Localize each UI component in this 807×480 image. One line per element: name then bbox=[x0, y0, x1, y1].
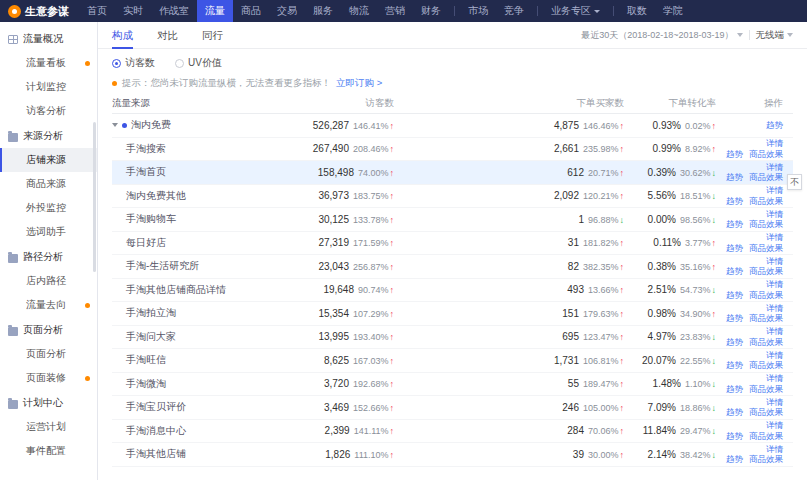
action-link[interactable]: 趋势 bbox=[726, 431, 743, 441]
action-link[interactable]: 趋势 bbox=[726, 243, 743, 253]
action-link[interactable]: 详情 bbox=[766, 350, 783, 360]
action-link[interactable]: 商品效果 bbox=[749, 454, 783, 464]
sidebar-group-header[interactable]: 页面分析 bbox=[0, 317, 97, 342]
column-header-source[interactable]: 流量来源 bbox=[112, 97, 290, 110]
action-link[interactable]: 商品效果 bbox=[749, 196, 783, 206]
nav-item[interactable]: 首页 bbox=[79, 0, 115, 22]
sidebar-item[interactable]: 事件配置 bbox=[0, 439, 97, 463]
action-link[interactable]: 详情 bbox=[766, 326, 783, 336]
action-link[interactable]: 详情 bbox=[766, 209, 783, 219]
nav-item[interactable]: 学院 bbox=[655, 0, 691, 22]
table-row[interactable]: 手淘拍立淘15,354107.29%↑151179.63%↑0.98%34.90… bbox=[112, 302, 793, 326]
action-link[interactable]: 详情 bbox=[766, 138, 783, 148]
action-link[interactable]: 趋势 bbox=[726, 360, 743, 370]
action-link[interactable]: 商品效果 bbox=[749, 360, 783, 370]
column-header-visitors[interactable]: 访客数 bbox=[290, 97, 394, 110]
tab-peers[interactable]: 同行 bbox=[202, 22, 223, 49]
action-link[interactable]: 趋势 bbox=[726, 290, 743, 300]
table-row[interactable]: 手淘宝贝评价3,469152.66%↑246105.00%↑7.09%18.86… bbox=[112, 396, 793, 420]
action-link[interactable]: 详情 bbox=[766, 256, 783, 266]
table-row[interactable]: 手淘-生活研究所23,043256.87%↑82382.35%↑0.38%35.… bbox=[112, 255, 793, 279]
table-row[interactable]: 手淘旺信8,625167.03%↑1,731106.81%↑20.07%22.5… bbox=[112, 349, 793, 373]
action-link[interactable]: 详情 bbox=[766, 420, 783, 430]
action-link[interactable]: 商品效果 bbox=[749, 337, 783, 347]
action-link[interactable]: 商品效果 bbox=[749, 313, 783, 323]
action-link[interactable]: 详情 bbox=[766, 279, 783, 289]
nav-item[interactable]: 物流 bbox=[341, 0, 377, 22]
table-row[interactable]: 手淘微淘3,720192.68%↑55189.47%↑1.48%1.10%↓详情… bbox=[112, 373, 793, 397]
nav-item[interactable]: 市场 bbox=[460, 0, 496, 22]
action-link[interactable]: 详情 bbox=[766, 303, 783, 313]
sidebar-item[interactable]: 选词助手 bbox=[0, 220, 97, 244]
action-link[interactable]: 趋势 bbox=[726, 196, 743, 206]
radio-uv-value[interactable]: UV价值 bbox=[175, 56, 222, 70]
table-row[interactable]: 每日好店27,319171.59%↑31181.82%↑0.11%3.77%↑详… bbox=[112, 232, 793, 256]
action-link[interactable]: 商品效果 bbox=[749, 431, 783, 441]
sidebar-group-header[interactable]: 来源分析 bbox=[0, 123, 97, 148]
action-link[interactable]: 趋势 bbox=[726, 149, 743, 159]
table-row[interactable]: 手淘首页158,49874.00%↑61220.71%↑0.39%30.62%↓… bbox=[112, 161, 793, 185]
action-link[interactable]: 详情 bbox=[766, 162, 783, 172]
terminal-select[interactable]: 无线端 bbox=[756, 29, 794, 42]
action-link[interactable]: 商品效果 bbox=[749, 219, 783, 229]
tab-composition[interactable]: 构成 bbox=[112, 22, 133, 49]
action-link[interactable]: 趋势 bbox=[726, 313, 743, 323]
sidebar-item[interactable]: 流量去向 bbox=[0, 293, 97, 317]
table-row[interactable]: 手淘消息中心2,399141.11%↑28470.06%↑11.84%29.47… bbox=[112, 420, 793, 444]
action-link[interactable]: 详情 bbox=[766, 232, 783, 242]
sidebar-item[interactable]: 计划监控 bbox=[0, 75, 97, 99]
table-row[interactable]: 手淘其他店铺商品详情19,64890.74%↑49313.66%↑2.51%54… bbox=[112, 279, 793, 303]
app-logo[interactable]: 生意参谋 bbox=[8, 4, 69, 19]
sidebar-item[interactable]: 商品来源 bbox=[0, 172, 97, 196]
action-link[interactable]: 趋势 bbox=[766, 120, 783, 130]
action-link[interactable]: 商品效果 bbox=[749, 149, 783, 159]
date-range-picker[interactable]: 最近30天（2018-02-18~2018-03-19） bbox=[581, 29, 742, 42]
table-row[interactable]: 手淘购物车30,125133.78%↑196.88%↓0.00%98.56%↓详… bbox=[112, 208, 793, 232]
table-row[interactable]: 手淘搜索267,490208.46%↑2,661235.98%↑0.99%8.9… bbox=[112, 138, 793, 162]
action-link[interactable]: 趋势 bbox=[726, 384, 743, 394]
action-link[interactable]: 详情 bbox=[766, 444, 783, 454]
action-link[interactable]: 详情 bbox=[766, 373, 783, 383]
subscribe-link[interactable]: 立即订购 > bbox=[336, 77, 382, 90]
sidebar-item[interactable]: 流量看板 bbox=[0, 51, 97, 75]
nav-item[interactable]: 营销 bbox=[377, 0, 413, 22]
sidebar-group-header[interactable]: 流量概况 bbox=[0, 26, 97, 51]
column-header-conversion[interactable]: 下单转化率 bbox=[624, 97, 716, 110]
sidebar-group-header[interactable]: 计划中心 bbox=[0, 390, 97, 415]
action-link[interactable]: 趋势 bbox=[726, 454, 743, 464]
sidebar-item[interactable]: 外投监控 bbox=[0, 196, 97, 220]
action-link[interactable]: 商品效果 bbox=[749, 290, 783, 300]
action-link[interactable]: 趋势 bbox=[726, 266, 743, 276]
action-link[interactable]: 商品效果 bbox=[749, 407, 783, 417]
nav-item[interactable]: 服务 bbox=[305, 0, 341, 22]
action-link[interactable]: 商品效果 bbox=[749, 266, 783, 276]
sidebar-item[interactable]: 店铺来源 bbox=[0, 148, 97, 172]
table-row[interactable]: 手淘其他店铺1,826111.10%↑3930.00%↑2.14%38.42%↓… bbox=[112, 443, 793, 467]
sidebar-item[interactable]: 店内路径 bbox=[0, 269, 97, 293]
table-row[interactable]: 手淘问大家13,995193.40%↑695123.47%↑4.97%23.83… bbox=[112, 326, 793, 350]
tab-compare[interactable]: 对比 bbox=[157, 22, 178, 49]
table-row[interactable]: 淘内免费其他36,973183.75%↑2,092120.21%↑5.56%18… bbox=[112, 185, 793, 209]
radio-visitors[interactable]: 访客数 bbox=[112, 56, 155, 70]
action-link[interactable]: 商品效果 bbox=[749, 172, 783, 182]
nav-item[interactable]: 竞争 bbox=[496, 0, 532, 22]
sidebar-item[interactable]: 页面分析 bbox=[0, 342, 97, 366]
action-link[interactable]: 趋势 bbox=[726, 172, 743, 182]
floating-panel-button[interactable]: 不 bbox=[787, 174, 802, 190]
sidebar-group-header[interactable]: 路径分析 bbox=[0, 244, 97, 269]
action-link[interactable]: 商品效果 bbox=[749, 243, 783, 253]
expand-caret-icon[interactable] bbox=[112, 123, 118, 127]
nav-item[interactable]: 财务 bbox=[413, 0, 449, 22]
column-header-buyers[interactable]: 下单买家数 bbox=[394, 97, 624, 110]
action-link[interactable]: 趋势 bbox=[726, 407, 743, 417]
nav-item[interactable]: 流量 bbox=[197, 0, 233, 22]
table-row[interactable]: 淘内免费526,287146.41%↑4,875146.46%↑0.93%0.0… bbox=[112, 114, 793, 138]
action-link[interactable]: 详情 bbox=[766, 185, 783, 195]
nav-item[interactable]: 业务专区 bbox=[543, 0, 608, 22]
action-link[interactable]: 趋势 bbox=[726, 219, 743, 229]
sidebar-item[interactable]: 访客分析 bbox=[0, 99, 97, 123]
nav-item[interactable]: 交易 bbox=[269, 0, 305, 22]
sidebar-item[interactable]: 页面装修 bbox=[0, 366, 97, 390]
nav-item[interactable]: 作战室 bbox=[151, 0, 197, 22]
nav-item[interactable]: 商品 bbox=[233, 0, 269, 22]
